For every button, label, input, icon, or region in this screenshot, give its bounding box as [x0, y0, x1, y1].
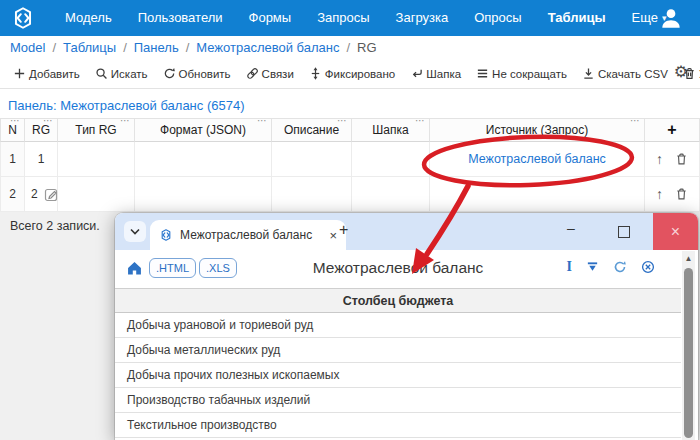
column-label: Тип RG [75, 123, 116, 137]
table-row: Производство табачных изделий [115, 388, 681, 413]
column-menu-icon[interactable]: ⋯ [337, 115, 348, 126]
nav-item-forms[interactable]: Формы [236, 0, 305, 36]
close-circle-icon[interactable] [641, 260, 655, 274]
home-icon[interactable] [127, 261, 142, 279]
column-header-cap[interactable]: Шапка ⋯ [352, 118, 430, 142]
records-table: N ⋯ RG ⋯ Тип RG ⋯ Формат (JSON) ⋯ Описан… [0, 118, 700, 212]
add-button[interactable]: Добавить [8, 67, 85, 80]
gear-icon[interactable]: ⚙ [674, 62, 688, 81]
move-up-icon[interactable]: ↑ [656, 151, 663, 167]
panel-title: Панель: Межотраслевой баланс (6574) [8, 98, 245, 113]
nav-more-label: Еще [632, 0, 658, 36]
fixed-rows-icon [309, 67, 322, 80]
maximize-button[interactable] [618, 226, 630, 238]
popup-toolbar: .HTML .XLS Межотраслевой баланс I [115, 250, 681, 289]
column-menu-icon[interactable]: ⋯ [43, 115, 54, 126]
new-tab-button[interactable]: + [339, 221, 348, 239]
filter-icon[interactable] [586, 261, 599, 274]
search-button[interactable]: Искать [90, 67, 153, 80]
breadcrumb-model[interactable]: Model [10, 40, 45, 55]
cell-description[interactable] [272, 142, 352, 177]
column-menu-icon[interactable]: ⋯ [10, 115, 21, 126]
window-close-button[interactable]: × [653, 213, 698, 250]
trash-icon[interactable] [675, 152, 688, 166]
refresh-icon [163, 67, 176, 80]
tab-close-button[interactable]: × [329, 228, 337, 243]
scrollbar-thumb[interactable] [684, 268, 693, 438]
column-header-rg-type[interactable]: Тип RG ⋯ [58, 118, 135, 142]
row-actions: ↑ [645, 142, 700, 177]
top-navbar: Модель Пользователи Формы Запросы Загруз… [0, 0, 700, 36]
fixed-button[interactable]: Фиксировано [304, 67, 400, 80]
no-truncate-button[interactable]: Не сокращать [471, 67, 572, 80]
app-logo-icon[interactable] [10, 5, 36, 31]
cell-description[interactable] [272, 177, 352, 212]
trash-icon[interactable] [675, 187, 688, 201]
column-label: Источник (Запрос) [486, 123, 588, 137]
nav-item-model[interactable]: Модель [52, 0, 125, 36]
popup-scrollbar[interactable]: ▲ [682, 251, 695, 440]
refresh-icon[interactable] [613, 260, 627, 274]
column-menu-icon[interactable]: ⋯ [120, 115, 131, 126]
popup-title: Межотраслевой баланс [235, 259, 561, 277]
column-menu-icon[interactable]: ⋯ [630, 115, 641, 126]
table-row: Добыча урановой и ториевой руд [115, 313, 681, 338]
cell-source-query: Межотраслевой баланс [430, 142, 645, 177]
app-logo-icon [159, 228, 173, 242]
cell-rg: 2 [25, 177, 58, 212]
cell-cap[interactable] [352, 177, 430, 212]
no-truncate-button-label: Не сокращать [492, 68, 567, 80]
edit-pencil-icon[interactable] [44, 187, 59, 202]
column-menu-icon[interactable]: ⋯ [415, 115, 426, 126]
cell-rg-value: 2 [31, 187, 38, 201]
download-csv-button[interactable]: Скачать CSV [577, 67, 673, 80]
nav-item-surveys[interactable]: Опросы [461, 0, 534, 36]
cell-source-query[interactable] [430, 177, 645, 212]
refresh-button[interactable]: Обновить [158, 67, 236, 80]
plus-icon [13, 67, 26, 80]
cell-cap[interactable] [352, 142, 430, 177]
nav-item-upload[interactable]: Загрузка [383, 0, 462, 36]
cell-format-json[interactable] [135, 177, 272, 212]
column-header-description[interactable]: Описание ⋯ [272, 118, 352, 142]
links-button[interactable]: Связи [241, 67, 299, 80]
breadcrumb-tables[interactable]: Таблицы [63, 40, 116, 55]
header-button[interactable]: Шапка [405, 67, 466, 80]
nav-item-users[interactable]: Пользователи [125, 0, 236, 36]
move-up-icon[interactable]: ↑ [656, 186, 663, 202]
xls-export-button[interactable]: .XLS [199, 258, 237, 278]
breadcrumb-separator: / [186, 40, 190, 55]
popup-toolbar-icons: I [567, 260, 655, 274]
cell-format-json[interactable] [135, 142, 272, 177]
header-button-label: Шапка [426, 68, 461, 80]
column-header-rg[interactable]: RG ⋯ [25, 118, 58, 142]
nav-item-queries[interactable]: Запросы [304, 0, 382, 36]
column-menu-icon[interactable]: ⋯ [257, 115, 268, 126]
add-column-button[interactable]: + [645, 118, 700, 142]
tab-list-chevron-button[interactable] [124, 221, 146, 242]
text-cursor-icon[interactable]: I [567, 260, 572, 274]
breadcrumb-panel[interactable]: Панель [134, 40, 179, 55]
cell-rg-type[interactable] [58, 142, 135, 177]
download-csv-button-label: Скачать CSV [598, 68, 668, 80]
table-row: Добыча металлических руд [115, 338, 681, 363]
column-label: Формат (JSON) [160, 123, 246, 137]
nav-item-tables[interactable]: Таблицы [535, 0, 619, 36]
source-query-link[interactable]: Межотраслевой баланс [468, 152, 606, 166]
budget-table: Столбец бюджета Добыча урановой и ториев… [115, 288, 681, 440]
column-header-n[interactable]: N ⋯ [0, 118, 25, 142]
html-export-button[interactable]: .HTML [149, 258, 196, 278]
records-total-label: Всего 2 записи. [10, 219, 100, 233]
breadcrumb-separator: / [346, 40, 350, 55]
column-header-format-json[interactable]: Формат (JSON) ⋯ [135, 118, 272, 142]
cell-rg-type[interactable] [58, 177, 135, 212]
minimize-button[interactable]: – [567, 220, 575, 236]
column-label: Шапка [372, 123, 408, 137]
user-avatar-icon[interactable] [658, 5, 684, 35]
link-icon [246, 67, 259, 80]
column-header-source-query[interactable]: Источник (Запрос) ⋯ [430, 118, 645, 142]
browser-tab[interactable]: Межотраслевой баланс × [150, 220, 346, 250]
breadcrumb-balance[interactable]: Межотраслевой баланс [196, 40, 339, 55]
cell-rg: 1 [25, 142, 58, 177]
scroll-up-arrow-icon[interactable]: ▲ [682, 254, 695, 263]
